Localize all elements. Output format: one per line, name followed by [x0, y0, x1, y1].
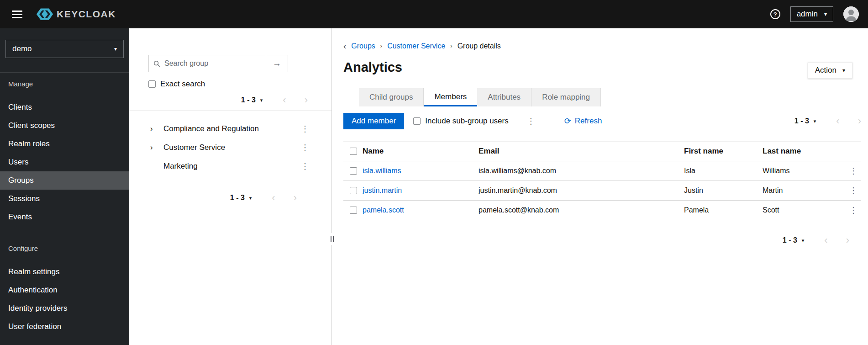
- page-title: Analytics: [343, 59, 861, 75]
- keycloak-logo[interactable]: KEYCLOAK: [36, 8, 116, 21]
- realm-selector[interactable]: demo ▾: [5, 40, 124, 58]
- group-tree-list: › Compliance and Regulation ⋮ › Customer…: [129, 119, 331, 175]
- member-first-name: Pamela: [684, 206, 763, 214]
- help-icon[interactable]: ?: [770, 9, 780, 19]
- breadcrumb-separator-icon: ›: [380, 42, 382, 49]
- row-select-checkbox[interactable]: [350, 207, 357, 214]
- next-page-button[interactable]: ›: [858, 116, 861, 126]
- table-row: isla.williams isla.williams@knab.com Isl…: [343, 161, 861, 181]
- sidebar-item-events[interactable]: Events: [0, 208, 129, 226]
- panel-resize-handle[interactable]: [328, 233, 336, 245]
- refresh-icon: ⟳: [564, 117, 571, 125]
- select-all-checkbox[interactable]: [350, 148, 357, 155]
- search-submit-button[interactable]: →: [266, 55, 288, 72]
- tab-child-groups[interactable]: Child groups: [359, 88, 424, 106]
- add-member-button[interactable]: Add member: [343, 113, 404, 129]
- back-chevron-icon[interactable]: ‹: [343, 42, 346, 50]
- tree-pagination-bottom: 1 - 3 ▾ ‹ ›: [129, 192, 331, 204]
- kebab-menu-icon[interactable]: ⋮: [847, 186, 859, 195]
- keycloak-logo-icon: [36, 8, 53, 21]
- tree-item-customer-service[interactable]: › Customer Service ⋮: [129, 138, 331, 157]
- next-page-button[interactable]: ›: [305, 95, 308, 105]
- chevron-down-icon: ▾: [249, 195, 252, 201]
- previous-page-button[interactable]: ‹: [836, 116, 839, 126]
- sidebar-item-realm-settings[interactable]: Realm settings: [0, 263, 129, 281]
- user-menu-dropdown[interactable]: admin ▾: [790, 6, 833, 22]
- members-table: Name Email First name Last name isla.wil…: [343, 141, 861, 220]
- tree-item-compliance-and-regulation[interactable]: › Compliance and Regulation ⋮: [129, 119, 331, 138]
- tab-members[interactable]: Members: [424, 88, 477, 106]
- chevron-down-icon: ▾: [814, 118, 816, 124]
- member-first-name: Isla: [684, 167, 763, 175]
- breadcrumb-current: Group details: [458, 42, 501, 50]
- members-pagination-top: 1 - 3 ▾ ‹ ›: [794, 116, 861, 126]
- tab-attributes[interactable]: Attributes: [477, 88, 531, 106]
- tree-divider: [129, 111, 331, 111]
- arrow-right-icon: →: [273, 58, 281, 69]
- group-tree-panel: → Exact search 1 - 3 ▾ ‹ › › Compliance …: [129, 28, 332, 345]
- sidebar-item-sessions[interactable]: Sessions: [0, 190, 129, 208]
- sidebar-item-realm-roles[interactable]: Realm roles: [0, 135, 129, 153]
- chevron-down-icon: ▾: [802, 238, 805, 244]
- kebab-menu-icon[interactable]: ⋮: [299, 125, 311, 133]
- member-name-link[interactable]: isla.williams: [363, 167, 401, 175]
- pagination-range: 1 - 3: [230, 194, 245, 202]
- manage-nav-list: Clients Client scopes Realm roles Users …: [0, 98, 129, 226]
- pagination-menu-toggle[interactable]: 1 - 3 ▾: [230, 194, 252, 202]
- previous-page-button[interactable]: ‹: [824, 235, 827, 245]
- sidebar-item-identity-providers[interactable]: Identity providers: [0, 299, 129, 318]
- pagination-range: 1 - 3: [794, 117, 809, 125]
- exact-search-checkbox[interactable]: [148, 80, 156, 88]
- previous-page-button[interactable]: ‹: [283, 95, 286, 105]
- kebab-menu-icon[interactable]: ⋮: [299, 143, 311, 152]
- masthead: KEYCLOAK ? admin ▾: [0, 0, 868, 28]
- avatar[interactable]: [843, 6, 859, 22]
- group-search: →: [148, 55, 288, 72]
- sidebar-item-user-federation[interactable]: User federation: [0, 318, 129, 336]
- tree-item-marketing[interactable]: › Marketing ⋮: [129, 157, 331, 175]
- sidebar-item-users[interactable]: Users: [0, 153, 129, 171]
- tree-item-label: Customer Service: [163, 143, 225, 152]
- next-page-button[interactable]: ›: [846, 235, 849, 245]
- next-page-button[interactable]: ›: [294, 193, 297, 203]
- kebab-menu-icon[interactable]: ⋮: [525, 117, 537, 125]
- expand-chevron-icon[interactable]: ›: [150, 124, 158, 133]
- pagination-range: 1 - 3: [241, 96, 256, 104]
- column-header-email: Email: [479, 147, 684, 156]
- breadcrumb-link-groups[interactable]: Groups: [351, 42, 375, 50]
- table-row: pamela.scott pamela.scott@knab.com Pamel…: [343, 201, 861, 220]
- tab-role-mapping[interactable]: Role mapping: [531, 88, 601, 106]
- refresh-label: Refresh: [575, 117, 602, 126]
- include-subgroups-label: Include sub-group users: [425, 117, 508, 126]
- realm-name: demo: [12, 44, 32, 53]
- pagination-menu-toggle[interactable]: 1 - 3 ▾: [794, 117, 816, 125]
- chevron-down-icon: ▾: [842, 68, 845, 73]
- row-select-checkbox[interactable]: [350, 167, 357, 175]
- include-subgroups-option: Include sub-group users: [413, 117, 508, 126]
- previous-page-button[interactable]: ‹: [272, 193, 275, 203]
- refresh-button[interactable]: ⟳ Refresh: [564, 117, 602, 126]
- pagination-menu-toggle[interactable]: 1 - 3 ▾: [241, 96, 263, 104]
- kebab-menu-icon[interactable]: ⋮: [299, 162, 311, 170]
- action-dropdown-button[interactable]: Action ▾: [808, 62, 852, 79]
- sidebar-item-authentication[interactable]: Authentication: [0, 281, 129, 299]
- member-last-name: Williams: [763, 167, 846, 175]
- kebab-menu-icon[interactable]: ⋮: [847, 166, 859, 175]
- hamburger-menu-icon[interactable]: [12, 11, 22, 18]
- member-name-link[interactable]: pamela.scott: [363, 206, 404, 214]
- member-email: isla.williams@knab.com: [479, 167, 684, 175]
- include-subgroups-checkbox[interactable]: [413, 117, 421, 125]
- sidebar: demo ▾ Manage Clients Client scopes Real…: [0, 28, 129, 345]
- sidebar-item-groups[interactable]: Groups: [0, 171, 129, 190]
- kebab-menu-icon[interactable]: ⋮: [847, 206, 859, 215]
- member-name-link[interactable]: justin.martin: [363, 186, 402, 194]
- expand-chevron-icon[interactable]: ›: [150, 143, 158, 152]
- sidebar-item-clients[interactable]: Clients: [0, 98, 129, 117]
- table-row: justin.martin justin.martin@knab.com Jus…: [343, 181, 861, 201]
- breadcrumb-link-customer-service[interactable]: Customer Service: [387, 42, 445, 50]
- search-group-input[interactable]: [164, 59, 261, 68]
- pagination-menu-toggle[interactable]: 1 - 3 ▾: [783, 236, 805, 244]
- row-select-checkbox[interactable]: [350, 187, 357, 194]
- sidebar-item-client-scopes[interactable]: Client scopes: [0, 117, 129, 135]
- member-email: justin.martin@knab.com: [479, 186, 684, 195]
